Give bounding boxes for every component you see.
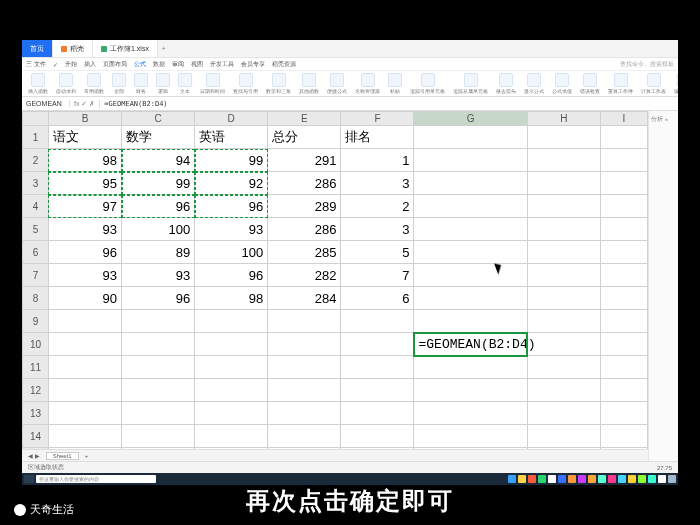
toolbar-财务[interactable]: 财务 bbox=[134, 73, 148, 94]
toolbar-重算工作簿[interactable]: 重算工作簿 bbox=[608, 73, 633, 94]
cell-I10[interactable] bbox=[600, 333, 647, 356]
toolbar-计算工作表[interactable]: 计算工作表 bbox=[641, 73, 666, 94]
ribbon-tab-开发工具[interactable]: 开发工具 bbox=[210, 60, 234, 69]
tray-icon-11[interactable] bbox=[618, 475, 626, 483]
tab-home[interactable]: 首页 bbox=[22, 40, 53, 57]
cell-B13[interactable] bbox=[48, 402, 121, 425]
row-header-12[interactable]: 12 bbox=[23, 379, 49, 402]
cell-C4[interactable]: 96 bbox=[122, 195, 195, 218]
fx-label[interactable]: fx ✓ ✗ bbox=[70, 100, 100, 108]
cell-G5[interactable] bbox=[414, 218, 527, 241]
row-header-8[interactable]: 8 bbox=[23, 287, 49, 310]
tray-icon-14[interactable] bbox=[648, 475, 656, 483]
col-header-I[interactable]: I bbox=[600, 112, 647, 126]
tray-icon-10[interactable] bbox=[608, 475, 616, 483]
cell-D9[interactable] bbox=[195, 310, 268, 333]
side-panel[interactable]: 分析 » bbox=[648, 111, 678, 461]
cell-G8[interactable] bbox=[414, 287, 527, 310]
row-header-10[interactable]: 10 bbox=[23, 333, 49, 356]
cell-G7[interactable] bbox=[414, 264, 527, 287]
cell-F5[interactable]: 3 bbox=[341, 218, 414, 241]
cell-F11[interactable] bbox=[341, 356, 414, 379]
toolbar-便捷公式[interactable]: 便捷公式 bbox=[327, 73, 347, 94]
cell-H1[interactable] bbox=[527, 126, 600, 149]
row-header-2[interactable]: 2 bbox=[23, 149, 49, 172]
cell-C11[interactable] bbox=[122, 356, 195, 379]
col-header-H[interactable]: H bbox=[527, 112, 600, 126]
cell-E4[interactable]: 289 bbox=[268, 195, 341, 218]
cell-F7[interactable]: 7 bbox=[341, 264, 414, 287]
search-commands[interactable]: 查找命令、搜索模板 bbox=[620, 60, 674, 69]
cell-B7[interactable]: 93 bbox=[48, 264, 121, 287]
cell-I5[interactable] bbox=[600, 218, 647, 241]
cell-D6[interactable]: 100 bbox=[195, 241, 268, 264]
cell-H10[interactable] bbox=[527, 333, 600, 356]
cell-G11[interactable] bbox=[414, 356, 527, 379]
cell-D4[interactable]: 96 bbox=[195, 195, 268, 218]
cell-G10[interactable]: =GEOMEAN(B2:D4) bbox=[414, 333, 527, 356]
cell-H12[interactable] bbox=[527, 379, 600, 402]
cell-C6[interactable]: 89 bbox=[122, 241, 195, 264]
cell-B4[interactable]: 97 bbox=[48, 195, 121, 218]
cell-H14[interactable] bbox=[527, 425, 600, 448]
cell-I13[interactable] bbox=[600, 402, 647, 425]
cell-I11[interactable] bbox=[600, 356, 647, 379]
ribbon-tab-开始[interactable]: 开始 bbox=[65, 60, 77, 69]
row-header-9[interactable]: 9 bbox=[23, 310, 49, 333]
ribbon-tab-会员专享[interactable]: 会员专享 bbox=[241, 60, 265, 69]
cell-B1[interactable]: 语文 bbox=[48, 126, 121, 149]
cell-B14[interactable] bbox=[48, 425, 121, 448]
file-menu[interactable]: 三 文件 bbox=[26, 60, 46, 69]
ribbon-tab-稻壳资源[interactable]: 稻壳资源 bbox=[272, 60, 296, 69]
cell-F9[interactable] bbox=[341, 310, 414, 333]
cell-C12[interactable] bbox=[122, 379, 195, 402]
cell-E11[interactable] bbox=[268, 356, 341, 379]
cell-G4[interactable] bbox=[414, 195, 527, 218]
sheet-tab-add[interactable]: + bbox=[85, 453, 89, 459]
row-header-14[interactable]: 14 bbox=[23, 425, 49, 448]
toolbar-显示公式[interactable]: 显示公式 bbox=[524, 73, 544, 94]
cell-E9[interactable] bbox=[268, 310, 341, 333]
cell-I12[interactable] bbox=[600, 379, 647, 402]
cell-G13[interactable] bbox=[414, 402, 527, 425]
ribbon-tab-插入[interactable]: 插入 bbox=[84, 60, 96, 69]
cell-C10[interactable] bbox=[122, 333, 195, 356]
toolbar-追踪从属单元格[interactable]: 追踪从属单元格 bbox=[453, 73, 488, 94]
tab-add[interactable]: + bbox=[158, 40, 170, 57]
cell-D14[interactable] bbox=[195, 425, 268, 448]
toolbar-粘贴[interactable]: 粘贴 bbox=[388, 73, 402, 94]
cell-B11[interactable] bbox=[48, 356, 121, 379]
cell-B5[interactable]: 93 bbox=[48, 218, 121, 241]
cell-C2[interactable]: 94 bbox=[122, 149, 195, 172]
cell-I2[interactable] bbox=[600, 149, 647, 172]
cell-B9[interactable] bbox=[48, 310, 121, 333]
toolbar-编辑链接[interactable]: 编辑链接 bbox=[674, 73, 678, 94]
col-header-E[interactable]: E bbox=[268, 112, 341, 126]
tray-icon-3[interactable] bbox=[538, 475, 546, 483]
tray-icon-5[interactable] bbox=[558, 475, 566, 483]
cell-F12[interactable] bbox=[341, 379, 414, 402]
row-header-7[interactable]: 7 bbox=[23, 264, 49, 287]
cell-C5[interactable]: 100 bbox=[122, 218, 195, 241]
tray-icon-4[interactable] bbox=[548, 475, 556, 483]
row-header-3[interactable]: 3 bbox=[23, 172, 49, 195]
tray-icon-1[interactable] bbox=[518, 475, 526, 483]
cell-D10[interactable] bbox=[195, 333, 268, 356]
cell-H5[interactable] bbox=[527, 218, 600, 241]
grid[interactable]: BCDEFGHI1语文数学英语总分排名298949929113959992286… bbox=[22, 111, 648, 449]
toolbar-自动求和[interactable]: 自动求和 bbox=[56, 73, 76, 94]
cell-D11[interactable] bbox=[195, 356, 268, 379]
row-header-1[interactable]: 1 bbox=[23, 126, 49, 149]
row-header-11[interactable]: 11 bbox=[23, 356, 49, 379]
cell-D7[interactable]: 96 bbox=[195, 264, 268, 287]
cell-E5[interactable]: 286 bbox=[268, 218, 341, 241]
ribbon-tab-审阅[interactable]: 审阅 bbox=[172, 60, 184, 69]
toolbar-查找与引用[interactable]: 查找与引用 bbox=[233, 73, 258, 94]
row-header-13[interactable]: 13 bbox=[23, 402, 49, 425]
col-header-B[interactable]: B bbox=[48, 112, 121, 126]
cell-F10[interactable] bbox=[341, 333, 414, 356]
cell-G9[interactable] bbox=[414, 310, 527, 333]
quick-access[interactable]: ✓ bbox=[53, 61, 58, 68]
cell-I6[interactable] bbox=[600, 241, 647, 264]
row-header-6[interactable]: 6 bbox=[23, 241, 49, 264]
